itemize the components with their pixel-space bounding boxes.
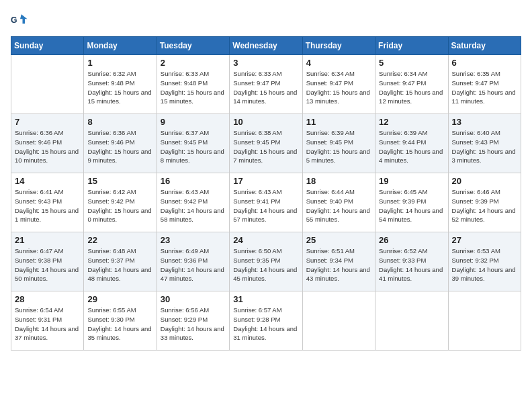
day-info: Sunrise: 6:44 AM Sunset: 9:40 PM Dayligh…	[306, 187, 371, 224]
day-number: 11	[306, 117, 371, 127]
day-number: 26	[379, 235, 444, 245]
day-cell: 27Sunrise: 6:53 AM Sunset: 9:32 PM Dayli…	[448, 232, 521, 291]
day-number: 2	[161, 58, 226, 68]
logo: G	[11, 11, 32, 30]
col-header-thursday: Thursday	[302, 37, 375, 55]
day-cell: 30Sunrise: 6:56 AM Sunset: 9:29 PM Dayli…	[157, 291, 229, 351]
day-number: 24	[233, 235, 298, 245]
day-info: Sunrise: 6:33 AM Sunset: 9:48 PM Dayligh…	[161, 69, 226, 106]
day-cell	[302, 291, 375, 351]
day-cell: 22Sunrise: 6:48 AM Sunset: 9:37 PM Dayli…	[84, 232, 157, 291]
day-info: Sunrise: 6:37 AM Sunset: 9:45 PM Dayligh…	[161, 128, 226, 165]
day-info: Sunrise: 6:51 AM Sunset: 9:34 PM Dayligh…	[306, 246, 371, 283]
day-number: 16	[161, 176, 226, 186]
day-info: Sunrise: 6:39 AM Sunset: 9:45 PM Dayligh…	[306, 128, 371, 165]
day-cell: 14Sunrise: 6:41 AM Sunset: 9:43 PM Dayli…	[11, 173, 84, 232]
day-cell: 23Sunrise: 6:49 AM Sunset: 9:36 PM Dayli…	[157, 232, 229, 291]
col-header-wednesday: Wednesday	[230, 37, 302, 55]
day-cell: 15Sunrise: 6:42 AM Sunset: 9:42 PM Dayli…	[84, 173, 157, 232]
week-row-2: 7Sunrise: 6:36 AM Sunset: 9:46 PM Daylig…	[11, 114, 521, 173]
day-number: 31	[233, 294, 298, 304]
day-cell: 26Sunrise: 6:52 AM Sunset: 9:33 PM Dayli…	[375, 232, 448, 291]
day-cell: 17Sunrise: 6:43 AM Sunset: 9:41 PM Dayli…	[230, 173, 302, 232]
day-cell: 9Sunrise: 6:37 AM Sunset: 9:45 PM Daylig…	[157, 114, 229, 173]
day-cell: 21Sunrise: 6:47 AM Sunset: 9:38 PM Dayli…	[11, 232, 84, 291]
day-info: Sunrise: 6:47 AM Sunset: 9:38 PM Dayligh…	[15, 246, 80, 283]
day-info: Sunrise: 6:42 AM Sunset: 9:42 PM Dayligh…	[87, 187, 152, 224]
day-info: Sunrise: 6:57 AM Sunset: 9:28 PM Dayligh…	[233, 306, 298, 342]
day-cell: 5Sunrise: 6:34 AM Sunset: 9:47 PM Daylig…	[375, 55, 448, 114]
day-info: Sunrise: 6:40 AM Sunset: 9:43 PM Dayligh…	[452, 128, 517, 165]
day-info: Sunrise: 6:38 AM Sunset: 9:45 PM Dayligh…	[233, 128, 298, 165]
day-cell: 2Sunrise: 6:33 AM Sunset: 9:48 PM Daylig…	[157, 55, 229, 114]
day-info: Sunrise: 6:54 AM Sunset: 9:31 PM Dayligh…	[15, 306, 80, 342]
day-cell: 20Sunrise: 6:46 AM Sunset: 9:39 PM Dayli…	[448, 173, 521, 232]
day-number: 10	[233, 117, 298, 127]
day-info: Sunrise: 6:41 AM Sunset: 9:43 PM Dayligh…	[15, 187, 80, 224]
day-number: 28	[15, 294, 80, 304]
day-info: Sunrise: 6:32 AM Sunset: 9:48 PM Dayligh…	[87, 69, 152, 106]
day-info: Sunrise: 6:39 AM Sunset: 9:44 PM Dayligh…	[379, 128, 444, 165]
day-cell: 4Sunrise: 6:34 AM Sunset: 9:47 PM Daylig…	[302, 55, 375, 114]
day-number: 20	[452, 176, 517, 186]
day-info: Sunrise: 6:46 AM Sunset: 9:39 PM Dayligh…	[452, 187, 517, 224]
day-cell: 19Sunrise: 6:45 AM Sunset: 9:39 PM Dayli…	[375, 173, 448, 232]
col-header-tuesday: Tuesday	[157, 37, 229, 55]
day-cell: 11Sunrise: 6:39 AM Sunset: 9:45 PM Dayli…	[302, 114, 375, 173]
day-info: Sunrise: 6:36 AM Sunset: 9:46 PM Dayligh…	[15, 128, 80, 165]
day-number: 13	[452, 117, 517, 127]
calendar-header-row: SundayMondayTuesdayWednesdayThursdayFrid…	[11, 37, 521, 55]
day-number: 14	[15, 176, 80, 186]
day-cell: 18Sunrise: 6:44 AM Sunset: 9:40 PM Dayli…	[302, 173, 375, 232]
day-info: Sunrise: 6:43 AM Sunset: 9:42 PM Dayligh…	[161, 187, 226, 224]
day-cell: 7Sunrise: 6:36 AM Sunset: 9:46 PM Daylig…	[11, 114, 84, 173]
logo-icon: G	[11, 11, 30, 30]
day-number: 9	[161, 117, 226, 127]
day-cell	[375, 291, 448, 351]
day-number: 8	[87, 117, 152, 127]
day-number: 7	[15, 117, 80, 127]
day-cell: 28Sunrise: 6:54 AM Sunset: 9:31 PM Dayli…	[11, 291, 84, 351]
day-info: Sunrise: 6:55 AM Sunset: 9:30 PM Dayligh…	[87, 306, 152, 342]
col-header-saturday: Saturday	[448, 37, 521, 55]
day-info: Sunrise: 6:53 AM Sunset: 9:32 PM Dayligh…	[452, 246, 517, 283]
day-cell: 10Sunrise: 6:38 AM Sunset: 9:45 PM Dayli…	[230, 114, 302, 173]
day-number: 17	[233, 176, 298, 186]
day-info: Sunrise: 6:43 AM Sunset: 9:41 PM Dayligh…	[233, 187, 298, 224]
day-cell: 31Sunrise: 6:57 AM Sunset: 9:28 PM Dayli…	[230, 291, 302, 351]
day-cell: 24Sunrise: 6:50 AM Sunset: 9:35 PM Dayli…	[230, 232, 302, 291]
day-number: 1	[87, 58, 152, 68]
day-info: Sunrise: 6:52 AM Sunset: 9:33 PM Dayligh…	[379, 246, 444, 283]
day-cell: 6Sunrise: 6:35 AM Sunset: 9:47 PM Daylig…	[448, 55, 521, 114]
day-number: 25	[306, 235, 371, 245]
day-info: Sunrise: 6:35 AM Sunset: 9:47 PM Dayligh…	[452, 69, 517, 106]
week-row-1: 1Sunrise: 6:32 AM Sunset: 9:48 PM Daylig…	[11, 55, 521, 114]
day-info: Sunrise: 6:33 AM Sunset: 9:47 PM Dayligh…	[233, 69, 298, 106]
day-cell: 8Sunrise: 6:36 AM Sunset: 9:46 PM Daylig…	[84, 114, 157, 173]
day-number: 18	[306, 176, 371, 186]
week-row-5: 28Sunrise: 6:54 AM Sunset: 9:31 PM Dayli…	[11, 291, 521, 351]
day-cell	[448, 291, 521, 351]
page-header: G	[11, 11, 521, 30]
day-cell: 1Sunrise: 6:32 AM Sunset: 9:48 PM Daylig…	[84, 55, 157, 114]
day-number: 3	[233, 58, 298, 68]
day-number: 23	[161, 235, 226, 245]
calendar-table: SundayMondayTuesdayWednesdayThursdayFrid…	[11, 36, 521, 351]
day-info: Sunrise: 6:56 AM Sunset: 9:29 PM Dayligh…	[161, 306, 226, 342]
day-cell: 13Sunrise: 6:40 AM Sunset: 9:43 PM Dayli…	[448, 114, 521, 173]
day-cell: 25Sunrise: 6:51 AM Sunset: 9:34 PM Dayli…	[302, 232, 375, 291]
day-number: 6	[452, 58, 517, 68]
col-header-monday: Monday	[84, 37, 157, 55]
day-info: Sunrise: 6:34 AM Sunset: 9:47 PM Dayligh…	[306, 69, 371, 106]
day-info: Sunrise: 6:50 AM Sunset: 9:35 PM Dayligh…	[233, 246, 298, 283]
day-info: Sunrise: 6:48 AM Sunset: 9:37 PM Dayligh…	[87, 246, 152, 283]
day-number: 21	[15, 235, 80, 245]
col-header-sunday: Sunday	[11, 37, 84, 55]
day-number: 30	[161, 294, 226, 304]
day-info: Sunrise: 6:34 AM Sunset: 9:47 PM Dayligh…	[379, 69, 444, 106]
day-info: Sunrise: 6:36 AM Sunset: 9:46 PM Dayligh…	[87, 128, 152, 165]
day-number: 15	[87, 176, 152, 186]
day-number: 4	[306, 58, 371, 68]
day-number: 5	[379, 58, 444, 68]
day-number: 29	[87, 294, 152, 304]
